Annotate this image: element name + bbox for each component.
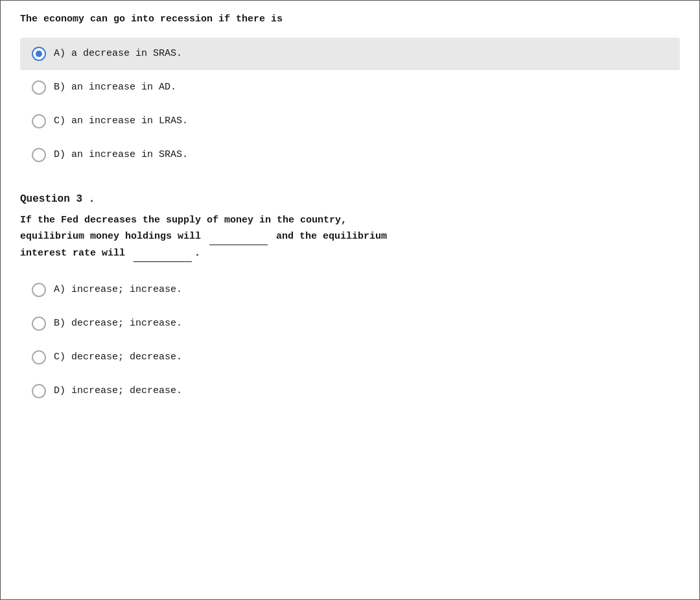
blank2 (134, 245, 192, 262)
q3-option-a-label: A) increase; increase. (54, 284, 182, 295)
option-c-label: C) an increase in LRAS. (54, 115, 188, 126)
radio-a[interactable] (32, 47, 46, 61)
q3-option-a[interactable]: A) increase; increase. (20, 274, 680, 306)
question2-prompt: The economy can go into recession if the… (20, 12, 680, 27)
q3-radio-a[interactable] (32, 283, 46, 297)
question3-header: Question 3 . (20, 193, 680, 205)
radio-b[interactable] (32, 80, 46, 95)
radio-c[interactable] (32, 114, 46, 128)
radio-d[interactable] (32, 148, 46, 162)
q3-radio-d[interactable] (32, 384, 46, 398)
option-d-label: D) an increase in SRAS. (54, 149, 188, 160)
question2-block: The economy can go into recession if the… (1, 1, 699, 179)
q3-radio-c[interactable] (32, 350, 46, 365)
option-a[interactable]: A) a decrease in SRAS. (20, 38, 680, 70)
option-c[interactable]: C) an increase in LRAS. (20, 105, 680, 138)
q3-option-c[interactable]: C) decrease; decrease. (20, 341, 680, 374)
option-a-label: A) a decrease in SRAS. (54, 48, 182, 59)
q3-option-d-label: D) increase; decrease. (54, 385, 182, 396)
q3-option-b-label: B) decrease; increase. (54, 318, 182, 329)
question3-block: Question 3 . If the Fed decreases the su… (1, 193, 699, 422)
question3-answers: A) increase; increase. B) decrease; incr… (20, 274, 680, 407)
q3-option-b[interactable]: B) decrease; increase. (20, 307, 680, 340)
q3-option-c-label: C) decrease; decrease. (54, 352, 182, 363)
question3-prompt: If the Fed decreases the supply of money… (20, 213, 680, 262)
option-b[interactable]: B) an increase in AD. (20, 71, 680, 104)
option-b-label: B) an increase in AD. (54, 82, 176, 93)
q3-option-d[interactable]: D) increase; decrease. (20, 375, 680, 407)
blank1 (209, 228, 268, 245)
page-container: The economy can go into recession if the… (0, 0, 700, 600)
q3-radio-b[interactable] (32, 317, 46, 331)
option-d[interactable]: D) an increase in SRAS. (20, 139, 680, 171)
